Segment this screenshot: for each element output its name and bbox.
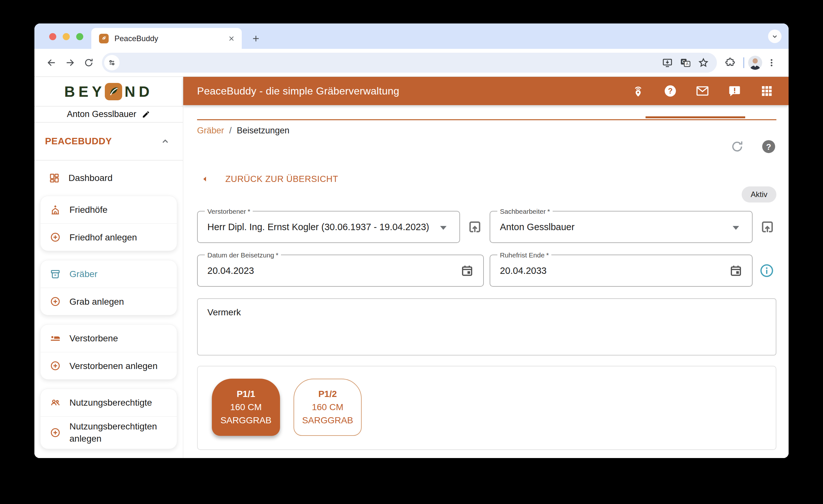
tab-indicator-bar [646,116,745,118]
breadcrumb-link-graeber[interactable]: Gräber [197,126,224,136]
sidebar-group-friedhoefe: Friedhöfe Friedhof anlegen [40,196,177,251]
logo-text-suffix: ND [125,83,153,100]
beisetzung-form: Verstorbener* Herr Dipl. Ing. Ernst Kogl… [197,211,776,287]
calendar-icon[interactable] [459,263,475,278]
grave-plot-id: P1/1 [236,389,255,399]
browser-tab[interactable]: PeaceBuddy [91,28,242,49]
sidebar-item-label: Nutzungsberechtigten anlegen [69,421,169,445]
install-app-icon[interactable] [661,56,674,69]
datum-beisetzung-input[interactable]: Datum der Beisetzung* 20.04.2023 [197,255,484,287]
status-badge[interactable]: Aktiv [742,186,776,202]
ruhefrist-ende-input[interactable]: Ruhefrist Ende* 20.04.2033 [490,255,753,287]
grave-plot-card-selected[interactable]: P1/1 160 CM SARGGRAB [212,379,280,436]
field-label: Verstorbener* [205,207,253,216]
forward-icon[interactable] [61,53,79,72]
window-controls [49,33,83,40]
apps-grid-icon[interactable] [760,84,774,98]
back-link-label: ZURÜCK ZUR ÜBERSICHT [225,174,338,184]
sidebar-item-nutzungsberechtigten-anlegen[interactable]: Nutzungsberechtigten anlegen [40,416,177,449]
page-help-icon[interactable]: ? [761,139,776,154]
translate-icon[interactable]: GA [679,56,692,69]
grave-plot-type: SARGGRAB [220,415,272,426]
grave-plot-type: SARGGRAB [302,415,353,426]
back-to-overview-link[interactable]: ZURÜCK ZUR ÜBERSICHT [197,173,776,185]
refresh-icon[interactable] [729,139,745,154]
app-header-title: PeaceBuddy - die simple Gräberverwaltung [197,85,613,97]
svg-text:?: ? [668,87,673,95]
sidebar-item-graeber[interactable]: Gräber [40,261,177,288]
people-icon [49,397,61,408]
sachbearbeiter-select[interactable]: Sachbearbeiter* Anton Gesslbauer [490,211,753,243]
archive-box-icon [49,269,61,280]
dropdown-arrow-icon[interactable] [440,226,447,230]
help-icon[interactable]: ? [663,84,677,98]
mail-icon[interactable] [695,84,709,98]
grave-plot-id: P1/2 [318,389,337,399]
sidebar-group-verstorbene: Verstorbene Verstorbenen anlegen [40,324,177,380]
reload-icon[interactable] [79,53,98,72]
tab-search-chevron-icon[interactable] [768,30,782,43]
content-area: Gräber / Beisetzungen ? ZURÜ [183,105,789,458]
church-icon [49,204,61,216]
extensions-puzzle-icon[interactable] [721,53,739,72]
app-header: PeaceBuddy - die simple Gräberverwaltung… [183,77,789,105]
browser-toolbar: GA [34,49,789,76]
sachbearbeiter-value: Anton Gesslbauer [500,222,726,232]
datum-beisetzung-value: 20.04.2023 [207,266,459,276]
grave-plot-size: 160 CM [312,402,343,412]
logo-text-prefix: BEY [64,83,106,100]
bookmark-star-icon[interactable] [697,56,710,69]
sidebar-item-label: Gräber [69,268,98,280]
back-arrow-icon [201,175,209,183]
open-verstorbener-button[interactable] [466,218,484,236]
beyond-logo[interactable]: BEYND [34,77,183,107]
peacebuddy-section-header[interactable]: PEACEBUDDY [34,123,183,160]
deceased-person-icon [49,333,61,344]
grave-plot-panel: P1/1 160 CM SARGGRAB P1/2 160 CM SARGGRA… [197,366,776,450]
new-tab-button[interactable] [250,33,262,44]
sidebar-item-verstorbenen-anlegen[interactable]: Verstorbenen anlegen [40,352,177,379]
plus-circle-icon [49,360,61,372]
chevron-up-icon[interactable] [160,136,171,147]
tab-close-icon[interactable] [227,34,236,43]
browser-window: PeaceBuddy [34,23,789,458]
verstorbener-select[interactable]: Verstorbener* Herr Dipl. Ing. Ernst Kogl… [197,211,460,243]
sidebar-item-grab-anlegen[interactable]: Grab anlegen [40,288,177,315]
sidebar-item-dashboard[interactable]: Dashboard [34,160,183,196]
sidebar-item-friedhoefe[interactable]: Friedhöfe [40,196,177,223]
close-window-button[interactable] [49,33,56,40]
grave-plot-card[interactable]: P1/2 160 CM SARGGRAB [294,379,362,436]
user-name: Anton Gesslbauer [67,109,136,119]
sidebar-item-friedhof-anlegen[interactable]: Friedhof anlegen [40,223,177,251]
toolbar-divider [743,57,744,68]
page-actions: ? [197,138,776,155]
location-signal-icon[interactable] [631,84,645,98]
open-sachbearbeiter-button[interactable] [759,218,776,236]
vermerk-textarea[interactable] [197,298,776,355]
sidebar-item-label: Verstorbenen anlegen [69,360,158,372]
sidebar-item-verstorbene[interactable]: Verstorbene [40,325,177,352]
field-label: Sachbearbeiter* [497,207,553,216]
browser-menu-kebab-icon[interactable] [762,53,781,72]
dropdown-arrow-icon[interactable] [733,226,739,230]
breadcrumb-separator: / [229,126,232,136]
field-label: Datum der Beisetzung* [205,250,281,260]
edit-pencil-icon[interactable] [142,110,150,119]
feedback-icon[interactable] [727,84,742,98]
address-bar[interactable]: GA [102,53,717,72]
sidebar-item-label: Friedhöfe [69,204,107,216]
back-icon[interactable] [42,53,61,72]
breadcrumb: Gräber / Beisetzungen [197,125,776,136]
content-divider [197,119,776,120]
profile-avatar[interactable] [748,55,762,70]
site-settings-icon[interactable] [104,55,120,70]
sidebar-item-label: Grab anlegen [69,296,124,308]
maximize-window-button[interactable] [76,33,83,40]
sidebar-item-nutzungsberechtigte[interactable]: Nutzungsberechtigte [40,389,177,416]
sidebar-item-label: Nutzungsberechtigte [69,397,152,409]
field-label: Ruhefrist Ende* [497,250,551,260]
ruhefrist-info-icon[interactable] [759,262,775,279]
sidebar-group-nutzungsberechtigte: Nutzungsberechtigte Nutzungsberechtigten… [40,389,177,449]
calendar-icon[interactable] [728,263,744,278]
minimize-window-button[interactable] [63,33,70,40]
